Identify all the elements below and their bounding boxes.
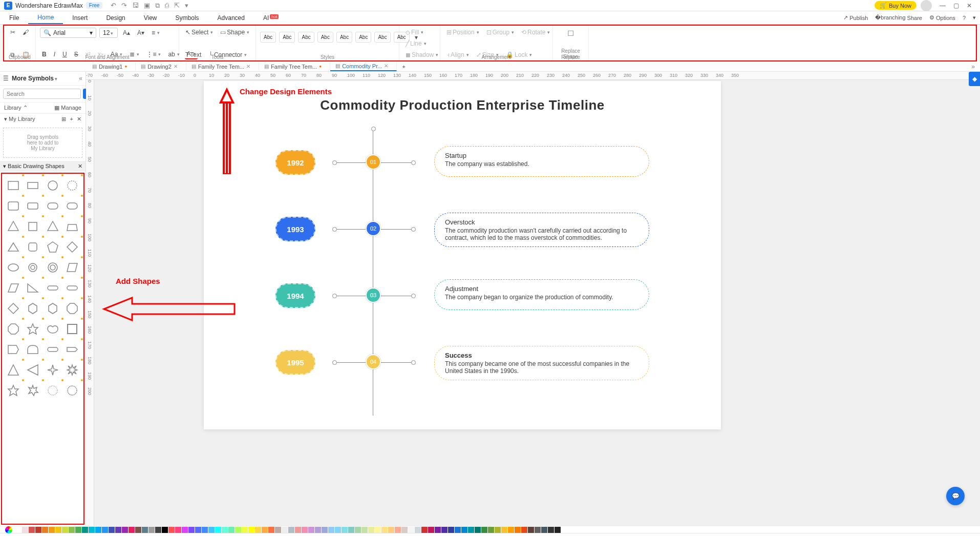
- color-swatch[interactable]: [355, 527, 361, 533]
- color-swatch[interactable]: [188, 527, 195, 533]
- color-swatch[interactable]: [302, 527, 308, 533]
- shape-item[interactable]: [44, 176, 62, 195]
- new-tab-button[interactable]: +: [397, 63, 413, 71]
- color-swatch[interactable]: [455, 527, 461, 533]
- style-preset[interactable]: Abc: [355, 32, 371, 43]
- shape-item[interactable]: [63, 299, 81, 318]
- color-swatch[interactable]: [495, 527, 501, 533]
- color-swatch[interactable]: [428, 527, 434, 533]
- style-preset[interactable]: Abc: [374, 32, 390, 43]
- minimize-button[interactable]: —: [938, 2, 947, 9]
- shape-item[interactable]: [44, 278, 62, 298]
- undo-icon[interactable]: ↶: [111, 2, 116, 10]
- doc-tab[interactable]: ▤Family Tree Tem...●: [259, 63, 330, 71]
- color-swatch[interactable]: [342, 527, 348, 533]
- shape-item[interactable]: [4, 360, 23, 380]
- color-swatch[interactable]: [115, 527, 121, 533]
- color-picker-icon[interactable]: [5, 526, 12, 533]
- timeline-year-badge[interactable]: 1995: [275, 350, 315, 375]
- font-selector[interactable]: 🔍 Arial▾: [40, 28, 96, 38]
- color-swatch[interactable]: [468, 527, 474, 533]
- shape-item[interactable]: [4, 340, 23, 359]
- timeline-number-badge[interactable]: 01: [366, 154, 381, 170]
- color-swatch[interactable]: [388, 527, 394, 533]
- color-swatch[interactable]: [408, 527, 414, 533]
- shape-item[interactable]: [44, 217, 62, 236]
- color-swatch[interactable]: [75, 527, 81, 533]
- menu-home[interactable]: Home: [28, 12, 63, 24]
- timeline-number-badge[interactable]: 02: [366, 221, 381, 236]
- timeline-item[interactable]: 199201StartupThe company was established…: [204, 144, 721, 190]
- color-swatch[interactable]: [22, 527, 28, 533]
- shape-item[interactable]: [63, 258, 81, 277]
- tab-close-icon[interactable]: ✕: [246, 64, 250, 69]
- shape-item[interactable]: [44, 360, 62, 380]
- shape-item[interactable]: [63, 176, 81, 195]
- color-swatch[interactable]: [461, 527, 467, 533]
- shape-item[interactable]: [44, 381, 62, 400]
- color-swatch[interactable]: [155, 527, 161, 533]
- color-swatch[interactable]: [328, 527, 334, 533]
- shape-item[interactable]: [44, 196, 62, 216]
- export-icon[interactable]: ⇱: [174, 2, 180, 10]
- shape-item[interactable]: [24, 176, 42, 195]
- color-swatch[interactable]: [315, 527, 321, 533]
- color-swatch[interactable]: [142, 527, 148, 533]
- color-swatch[interactable]: [488, 527, 494, 533]
- replace-shape-icon[interactable]: ◻: [557, 28, 584, 37]
- help-icon[interactable]: ?: [963, 15, 966, 21]
- shape-item[interactable]: [4, 176, 23, 195]
- shape-item[interactable]: [63, 360, 81, 380]
- color-swatch[interactable]: [182, 527, 188, 533]
- timeline-item[interactable]: 199403AdjustmentThe company began to org…: [204, 277, 721, 323]
- timeline-year-badge[interactable]: 1993: [275, 217, 315, 241]
- color-swatch[interactable]: [122, 527, 128, 533]
- open-icon[interactable]: ▣: [144, 2, 150, 10]
- color-swatch[interactable]: [195, 527, 201, 533]
- shape-item[interactable]: [63, 340, 81, 359]
- color-swatch[interactable]: [282, 527, 288, 533]
- color-swatch[interactable]: [521, 527, 527, 533]
- menu-collapse-icon[interactable]: ▾: [973, 14, 976, 21]
- shape-item[interactable]: [24, 381, 42, 400]
- color-swatch[interactable]: [381, 527, 388, 533]
- color-swatch[interactable]: [415, 527, 421, 533]
- line-button[interactable]: ╱ Line: [403, 39, 429, 48]
- color-swatch[interactable]: [308, 527, 314, 533]
- collapse-sidebar-icon[interactable]: «: [79, 75, 82, 82]
- menu-ai[interactable]: AIhot: [254, 12, 288, 24]
- shape-item[interactable]: [63, 319, 81, 339]
- decrease-font-icon[interactable]: A▾: [135, 28, 146, 37]
- color-swatch[interactable]: [248, 527, 254, 533]
- color-swatch[interactable]: [129, 527, 135, 533]
- color-swatch[interactable]: [262, 527, 268, 533]
- style-preset[interactable]: Abc: [260, 32, 276, 43]
- right-panel-toggle[interactable]: ◆: [969, 72, 980, 86]
- color-swatch[interactable]: [421, 527, 428, 533]
- qat-more-icon[interactable]: ▾: [185, 2, 188, 10]
- shape-item[interactable]: [24, 217, 42, 236]
- my-library-dropzone[interactable]: Drag symbols here to add to My Library: [3, 128, 82, 158]
- color-swatch[interactable]: [15, 527, 22, 533]
- format-painter-icon[interactable]: 🖌: [20, 28, 31, 37]
- color-swatch[interactable]: [215, 527, 221, 533]
- menu-advanced[interactable]: Advanced: [208, 12, 254, 24]
- save-icon[interactable]: 🖫: [132, 2, 139, 10]
- text-align-icon[interactable]: ≡: [150, 28, 162, 37]
- color-swatch[interactable]: [335, 527, 341, 533]
- canvas-area[interactable]: -70-60-50-40-30-20-100102030405060708090…: [86, 72, 980, 526]
- color-swatch[interactable]: [235, 527, 241, 533]
- more-symbols-dropdown[interactable]: More Symbols: [12, 75, 76, 82]
- color-swatch[interactable]: [202, 527, 208, 533]
- increase-font-icon[interactable]: A▴: [121, 28, 132, 37]
- shape-tool[interactable]: ▭ Shape: [218, 28, 251, 37]
- shape-item[interactable]: [63, 381, 81, 400]
- style-preset[interactable]: Abc: [298, 32, 314, 43]
- doc-tab[interactable]: ▤Family Tree Tem...✕: [186, 63, 259, 71]
- buy-now-button[interactable]: 🛒Buy Now: [875, 1, 917, 10]
- group-button[interactable]: ⊡ Group: [484, 28, 516, 37]
- help-chat-button[interactable]: 💬: [946, 487, 965, 505]
- color-swatch[interactable]: [395, 527, 401, 533]
- color-swatch[interactable]: [361, 527, 368, 533]
- timeline-item[interactable]: 199504SuccessThis company became one of …: [204, 344, 721, 390]
